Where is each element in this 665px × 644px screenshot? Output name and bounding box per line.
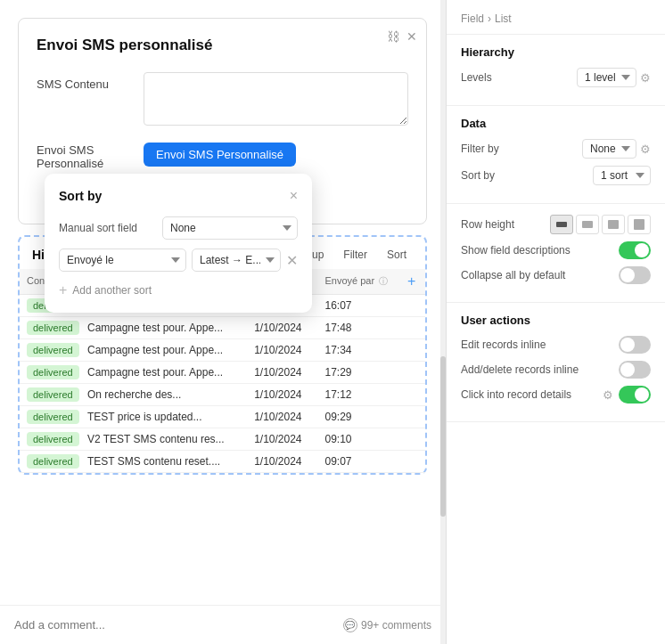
- status-badge: delivered: [27, 454, 79, 469]
- levels-label: Levels: [461, 71, 492, 84]
- cell-empty: [400, 339, 425, 362]
- sort-button[interactable]: Sort: [381, 246, 413, 264]
- status-badge: delivered: [27, 343, 79, 357]
- show-field-desc-toggle[interactable]: [619, 241, 651, 259]
- cell-time: 17:34: [317, 339, 400, 362]
- main-panel: ⛓ ✕ Envoi SMS personnalisé SMS Contenu E…: [0, 0, 446, 644]
- collapse-label: Collapse all by default: [461, 269, 565, 281]
- cell-time: 17:12: [317, 384, 400, 406]
- cell-date: 1/10/2024: [247, 317, 317, 339]
- table-row: delivered Campagne test pour. Appe... 1/…: [20, 317, 425, 339]
- status-badge: delivered: [27, 432, 79, 446]
- add-sort-label: Add another sort: [72, 284, 152, 297]
- cell-empty: [400, 362, 425, 384]
- sort-label: Sort by: [461, 169, 495, 182]
- row-height-tall-button[interactable]: [602, 215, 625, 234]
- row-height-short-button[interactable]: [550, 215, 573, 234]
- content-text: Campagne test pour. Appe...: [87, 366, 223, 379]
- add-sort-icon: +: [59, 282, 67, 298]
- cell-content: delivered Campagne test pour. Appe...: [20, 339, 247, 362]
- content-text: Campagne test pour. Appe...: [87, 344, 223, 356]
- display-section: Row height Show field descriptions: [447, 204, 665, 303]
- cell-empty: [400, 428, 425, 451]
- cell-date: 1/10/2024: [247, 406, 317, 428]
- link-icon[interactable]: ⛓: [387, 29, 399, 44]
- top-card-title: Envoi SMS personnalisé: [37, 37, 408, 54]
- cell-empty: [400, 451, 425, 473]
- cell-content: delivered V2 TEST SMS contenu res...: [20, 428, 247, 451]
- levels-gear-icon[interactable]: ⚙: [640, 71, 651, 85]
- svg-rect-0: [556, 222, 567, 227]
- cell-date: 1/10/2024: [247, 362, 317, 384]
- status-badge: delivered: [27, 365, 79, 379]
- status-badge: delivered: [27, 321, 79, 335]
- cell-time: 09:29: [317, 406, 400, 428]
- add-sort-row[interactable]: + Add another sort: [59, 281, 298, 298]
- cell-empty: [400, 406, 425, 428]
- content-text: TEST price is updated...: [87, 411, 202, 423]
- filter-gear-icon[interactable]: ⚙: [640, 143, 651, 156]
- comment-bubble-icon: 💬: [343, 618, 357, 632]
- manual-sort-select[interactable]: None: [162, 216, 298, 240]
- table-row: delivered V2 TEST SMS contenu res... 1/1…: [20, 428, 425, 451]
- col-add[interactable]: +: [400, 269, 425, 295]
- manual-sort-label: Manual sort field: [59, 222, 157, 234]
- sidebar-breadcrumb: Field › List: [447, 0, 665, 35]
- cell-empty: [400, 295, 425, 317]
- sort-popup-title: Sort by: [59, 189, 102, 203]
- cell-content: delivered Campagne test pour. Appe...: [20, 317, 247, 339]
- cell-date: 1/10/2024: [247, 339, 317, 362]
- cell-content: delivered On recherche des...: [20, 384, 247, 406]
- cell-content: delivered TEST price is updated...: [20, 406, 247, 428]
- comment-input[interactable]: [14, 618, 334, 632]
- levels-select[interactable]: 1 level: [577, 68, 636, 87]
- cell-time: 16:07: [317, 295, 400, 317]
- click-into-toggle[interactable]: [619, 386, 651, 404]
- cell-time: 17:29: [317, 362, 400, 384]
- sort-field-select[interactable]: Envoyé le: [59, 249, 186, 272]
- hierarchy-title: Hierarchy: [461, 45, 651, 59]
- sms-input[interactable]: [144, 72, 408, 126]
- comment-count: 💬 99+ comments: [343, 618, 431, 632]
- collapse-toggle[interactable]: [619, 266, 651, 284]
- cell-content: delivered Campagne test pour. Appe...: [20, 362, 247, 384]
- sms-label: SMS Contenu: [37, 72, 144, 91]
- cell-time: 09:10: [317, 428, 400, 451]
- table-row: delivered On recherche des... 1/10/2024 …: [20, 384, 425, 406]
- row-height-buttons: [550, 215, 651, 234]
- svg-rect-3: [634, 219, 644, 230]
- add-delete-label: Add/delete records inline: [461, 363, 579, 376]
- sort-select[interactable]: 1 sort: [593, 166, 651, 185]
- cell-content: delivered TEST SMS contenu reset....: [20, 451, 247, 473]
- filter-label: Filter by: [461, 143, 499, 155]
- cell-time: 17:48: [317, 317, 400, 339]
- user-actions-section: User actions Edit records inline Add/del…: [447, 303, 665, 422]
- close-icon[interactable]: ✕: [406, 29, 417, 44]
- show-field-desc-label: Show field descriptions: [461, 244, 571, 257]
- table-row: delivered TEST SMS contenu reset.... 1/1…: [20, 451, 425, 473]
- right-sidebar: Field › List Hierarchy Levels 1 level ⚙ …: [446, 0, 665, 644]
- sort-remove-button[interactable]: ✕: [286, 252, 298, 269]
- table-row: delivered TEST price is updated... 1/10/…: [20, 406, 425, 428]
- filter-button[interactable]: Filter: [337, 246, 374, 264]
- sort-popup: Sort by × Manual sort field None Envoyé …: [45, 174, 312, 313]
- click-into-gear-icon[interactable]: ⚙: [603, 388, 613, 402]
- hierarchy-section: Hierarchy Levels 1 level ⚙: [447, 35, 665, 106]
- user-actions-title: User actions: [461, 314, 651, 327]
- comment-bar: 💬 99+ comments: [0, 605, 446, 644]
- data-section: Data Filter by None ⚙ Sort by 1 sort: [447, 106, 665, 204]
- edit-inline-toggle[interactable]: [619, 336, 651, 354]
- row-height-label: Row height: [461, 218, 514, 231]
- add-delete-toggle[interactable]: [619, 361, 651, 379]
- cell-date: 1/10/2024: [247, 428, 317, 451]
- row-height-extra-button[interactable]: [628, 215, 651, 234]
- row-height-medium-button[interactable]: [576, 215, 599, 234]
- click-into-label: Click into record details: [461, 388, 571, 401]
- envoi-sms-button[interactable]: Envoi SMS Personnalisé: [144, 143, 296, 167]
- sort-order-select[interactable]: Latest → E...: [192, 249, 281, 272]
- sort-popup-close-button[interactable]: ×: [290, 188, 298, 204]
- content-text: TEST SMS contenu reset....: [87, 455, 220, 468]
- filter-select[interactable]: None: [582, 139, 636, 159]
- envoi-label: Envoi SMS Personnalisé: [37, 138, 144, 170]
- content-text: V2 TEST SMS contenu res...: [87, 433, 225, 445]
